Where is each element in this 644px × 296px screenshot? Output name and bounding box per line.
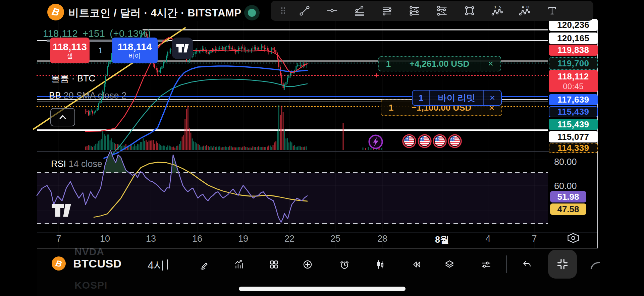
- rsi-value-label: 47.58: [550, 203, 586, 215]
- time-axis-tick[interactable]: 10: [87, 234, 123, 244]
- price-scale-label: 115,439: [549, 106, 598, 117]
- indicators-button[interactable]: [233, 259, 245, 272]
- bb-indicator-label[interactable]: BB 20 SMA close 2: [49, 91, 126, 101]
- price-scale-label: 119,838: [549, 45, 598, 56]
- drawing-toolbar: 15 AC: [271, 1, 593, 21]
- connection-status-icon: [244, 5, 260, 20]
- interval-selector[interactable]: 4시: [148, 258, 165, 273]
- time-axis-tick[interactable]: 8월: [424, 234, 461, 246]
- settings-sliders-button[interactable]: [480, 259, 492, 272]
- rsi-axis-tick: 80.00: [554, 157, 577, 167]
- position-qty: 1: [381, 100, 401, 115]
- object-tree-button[interactable]: [444, 259, 455, 272]
- trend-line-tool[interactable]: [291, 1, 318, 21]
- time-axis-tick[interactable]: 7: [516, 234, 553, 244]
- price-scale-label: 118,11200:45: [549, 70, 598, 92]
- redo-button-clipped[interactable]: [590, 259, 602, 272]
- sell-button[interactable]: 118,113 셀: [50, 38, 90, 63]
- tradingview-mobile-screen: B 비트코인 / 달러 · 4시간 · BITSTAMP 118,112+151…: [0, 0, 644, 296]
- fib-retracement-tool[interactable]: [346, 1, 373, 21]
- parallel-lines-tool[interactable]: [373, 1, 401, 21]
- flat-top-bottom-tool[interactable]: [401, 1, 428, 21]
- buy-limit-order-pill[interactable]: 1 바이 리밋 ×: [412, 90, 502, 106]
- time-axis-tick[interactable]: 7: [40, 234, 77, 244]
- time-axis-tick[interactable]: 22: [271, 234, 308, 244]
- buy-button[interactable]: 118,114 바이: [112, 38, 158, 63]
- background-ticker-bottom: KOSPI: [74, 280, 107, 291]
- close-position-icon[interactable]: ×: [481, 57, 500, 71]
- fib-channel-tool[interactable]: [428, 1, 456, 21]
- price-scale-label: 115,077: [549, 131, 598, 142]
- svg-text:5: 5: [499, 5, 501, 9]
- tradingview-watermark-icon: [51, 203, 72, 219]
- draw-button[interactable]: [199, 259, 210, 272]
- rectangle-tool[interactable]: [456, 1, 483, 21]
- price-scale-label: 117,639: [549, 94, 598, 105]
- time-axis-tick[interactable]: 16: [179, 234, 216, 244]
- elliott-impulse-wave-tool[interactable]: 15: [483, 1, 511, 21]
- time-axis-tick[interactable]: 4: [470, 234, 506, 244]
- svg-text:A: A: [522, 5, 524, 9]
- us-flag-event-icon[interactable]: [417, 133, 432, 149]
- alert-button[interactable]: [339, 259, 350, 272]
- volume-indicator-label[interactable]: 볼륨 · BTC: [51, 72, 95, 84]
- text-tool[interactable]: [538, 1, 566, 21]
- bar-type-button[interactable]: [375, 259, 386, 272]
- sell-price: 118,113: [53, 42, 87, 52]
- bar-replay-button[interactable]: [411, 259, 423, 272]
- symbol-title[interactable]: 비트코인 / 달러 · 4시간 · BITSTAMP: [68, 6, 241, 20]
- interval-cursor: [167, 259, 168, 270]
- undo-button[interactable]: [521, 259, 533, 272]
- bottom-symbol[interactable]: BTCUSD: [73, 257, 122, 270]
- horizontal-line-tool[interactable]: [318, 1, 346, 21]
- open-position-profit-pill[interactable]: 1 +4,261.00 USD ×: [378, 56, 501, 71]
- rsi-value-label: 51.98: [550, 191, 586, 202]
- position-pnl: +4,261.00 USD: [398, 57, 481, 71]
- us-flag-event-icon[interactable]: [432, 133, 447, 149]
- svg-text:C: C: [526, 5, 529, 9]
- price-scale-label: 120,165: [549, 33, 598, 44]
- bitcoin-symbol-icon: B: [52, 256, 66, 271]
- cancel-order-icon[interactable]: ×: [483, 91, 501, 105]
- svg-text:1: 1: [494, 5, 496, 9]
- background-ticker-top: NVDA: [74, 246, 104, 257]
- order-label: 바이 리밋: [429, 91, 483, 105]
- toolbar-drag-handle[interactable]: [275, 1, 291, 21]
- us-flag-event-icon[interactable]: [447, 133, 463, 149]
- rsi-indicator-label[interactable]: RSI 14 close: [51, 159, 102, 169]
- sell-label: 셀: [67, 52, 73, 60]
- time-axis-tick[interactable]: 25: [317, 234, 354, 244]
- spread-value: 1: [94, 46, 107, 55]
- order-qty: 1: [413, 91, 429, 105]
- us-flag-event-icon[interactable]: [401, 133, 417, 149]
- time-axis-settings-icon[interactable]: [567, 231, 580, 246]
- price-scale-label: 115,439: [549, 119, 598, 130]
- time-axis-tick[interactable]: 19: [225, 234, 262, 244]
- time-axis-tick[interactable]: 28: [364, 234, 401, 244]
- exit-fullscreen-button[interactable]: [548, 250, 577, 279]
- price-scale-label: 119,700: [549, 57, 598, 70]
- bitcoin-logo-icon: B: [47, 4, 64, 20]
- home-indicator[interactable]: [239, 287, 406, 291]
- elliott-correction-wave-tool[interactable]: AC: [511, 1, 538, 21]
- position-qty: 1: [379, 57, 398, 71]
- tradingview-logo-tile: [172, 38, 193, 59]
- layouts-button[interactable]: [268, 259, 280, 272]
- toolbar-divider: [506, 255, 507, 273]
- time-axis-tick[interactable]: 13: [132, 234, 169, 244]
- buy-label: 바이: [129, 52, 141, 60]
- buy-price: 118,114: [118, 42, 152, 52]
- collapse-legend-button[interactable]: [50, 108, 75, 126]
- rsi-axis-tick: 60.00: [554, 181, 577, 191]
- price-scale-label: 114,339: [549, 143, 598, 153]
- lightning-event-icon[interactable]: [368, 134, 383, 150]
- add-button[interactable]: [302, 259, 313, 272]
